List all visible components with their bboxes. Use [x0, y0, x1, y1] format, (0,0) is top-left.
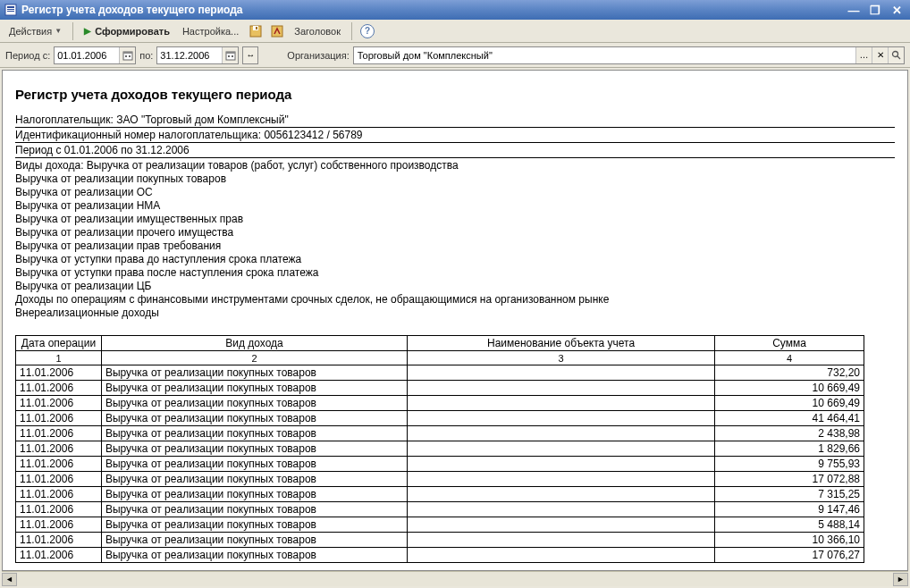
period-from-field[interactable] — [54, 46, 136, 64]
org-input[interactable] — [354, 47, 855, 63]
period-to-field[interactable] — [156, 46, 239, 64]
horizontal-scrollbar[interactable]: ◄ ► — [2, 571, 908, 586]
generate-label: Сформировать — [95, 26, 170, 37]
svg-rect-13 — [226, 52, 235, 54]
cell-object — [407, 381, 714, 396]
period-from-label: Период с: — [5, 50, 50, 61]
svg-rect-6 — [256, 27, 257, 29]
cell-date: 11.01.2006 — [16, 411, 102, 426]
cell-object — [407, 517, 714, 533]
cell-object — [407, 426, 714, 441]
app-icon — [4, 3, 18, 17]
svg-rect-10 — [125, 55, 127, 57]
cell-sum: 5 488,14 — [715, 517, 864, 533]
help-button[interactable]: ? — [358, 21, 377, 41]
taxpayer-line: Налогоплательщик: ЗАО "Торговый дом Комп… — [15, 113, 895, 128]
table-row[interactable]: 11.01.2006Выручка от реализации покупных… — [16, 472, 864, 487]
actions-menu[interactable]: Действия ▼ — [4, 21, 67, 41]
period-to-input[interactable] — [157, 47, 222, 63]
table-row[interactable]: 11.01.2006Выручка от реализации покупных… — [16, 457, 864, 472]
cell-date: 11.01.2006 — [16, 548, 102, 563]
org-ellipsis-button[interactable]: … — [855, 47, 872, 63]
org-clear-button[interactable]: ✕ — [872, 47, 888, 63]
table-row[interactable]: 11.01.2006Выручка от реализации покупных… — [16, 533, 864, 548]
period-from-input[interactable] — [55, 47, 119, 63]
cell-sum: 17 076,27 — [715, 548, 864, 563]
cell-sum: 732,20 — [715, 365, 864, 381]
scroll-track[interactable] — [17, 573, 893, 586]
col-index-2: 2 — [101, 351, 407, 365]
scroll-left-button[interactable]: ◄ — [2, 573, 17, 586]
cell-date: 11.01.2006 — [16, 426, 102, 441]
save-settings-icon[interactable] — [246, 21, 265, 41]
cell-sum: 41 464,41 — [715, 411, 864, 426]
col-sum-header: Сумма — [715, 336, 864, 351]
svg-point-16 — [893, 52, 898, 57]
header-button[interactable]: Заголовок — [289, 21, 346, 41]
restore-settings-icon[interactable] — [267, 21, 287, 41]
income-types-block: Виды дохода: Выручка от реализации товар… — [15, 158, 895, 319]
cell-object — [407, 548, 714, 563]
table-row[interactable]: 11.01.2006Выручка от реализации покупных… — [16, 381, 864, 396]
calendar-icon[interactable] — [222, 47, 238, 63]
cell-date: 11.01.2006 — [16, 441, 102, 457]
cell-type: Выручка от реализации покупных товаров — [101, 502, 407, 517]
svg-rect-9 — [123, 52, 132, 54]
scroll-right-button[interactable]: ► — [893, 573, 908, 586]
cell-type: Выручка от реализации покупных товаров — [101, 517, 407, 533]
cell-date: 11.01.2006 — [16, 533, 102, 548]
income-type-line: Выручка от реализации имущественных прав — [15, 212, 895, 225]
col-index-3: 3 — [407, 351, 714, 365]
toolbar: Действия ▼ ▶ Сформировать Настройка... З… — [0, 20, 910, 43]
svg-rect-2 — [7, 9, 14, 10]
cell-date: 11.01.2006 — [16, 457, 102, 472]
window-title: Регистр учета доходов текущего периода — [21, 4, 842, 16]
income-type-line: Выручка от реализации ЦБ — [15, 279, 895, 292]
org-field[interactable]: … ✕ — [353, 46, 905, 64]
cell-sum: 1 829,66 — [715, 441, 864, 457]
income-type-line: Выручка от уступки права до наступления … — [15, 252, 895, 265]
table-row[interactable]: 11.01.2006Выручка от реализации покупных… — [16, 517, 864, 533]
cell-sum: 17 072,88 — [715, 472, 864, 487]
calendar-icon[interactable] — [119, 47, 135, 63]
table-row[interactable]: 11.01.2006Выручка от реализации покупных… — [16, 502, 864, 517]
cell-object — [407, 487, 714, 502]
cell-type: Выручка от реализации покупных товаров — [101, 548, 407, 563]
cell-sum: 2 438,98 — [715, 426, 864, 441]
cell-type: Выручка от реализации покупных товаров — [101, 487, 407, 502]
period-line: Период с 01.01.2006 по 31.12.2006 — [15, 143, 895, 158]
report-title: Регистр учета доходов текущего периода — [15, 87, 895, 102]
cell-sum: 7 315,25 — [715, 487, 864, 502]
cell-date: 11.01.2006 — [16, 381, 102, 396]
income-type-line: Внереализационные доходы — [15, 306, 895, 319]
table-row[interactable]: 11.01.2006Выручка от реализации покупных… — [16, 411, 864, 426]
cell-sum: 10 366,10 — [715, 533, 864, 548]
table-row[interactable]: 11.01.2006Выручка от реализации покупных… — [16, 487, 864, 502]
separator — [351, 22, 352, 40]
settings-button[interactable]: Настройка... — [177, 21, 244, 41]
income-type-line: Доходы по операциям с финансовыми инстру… — [15, 292, 895, 306]
minimize-button[interactable]: ― — [844, 2, 864, 18]
table-row[interactable]: 11.01.2006Выручка от реализации покупных… — [16, 548, 864, 563]
svg-rect-3 — [7, 11, 14, 12]
separator — [72, 22, 73, 40]
close-button[interactable]: ✕ — [887, 2, 906, 18]
maximize-button[interactable]: ❐ — [865, 2, 885, 18]
income-type-line: Выручка от реализации НМА — [15, 198, 895, 212]
col-type-header: Вид дохода — [101, 336, 407, 351]
col-index-1: 1 — [16, 351, 102, 365]
table-row[interactable]: 11.01.2006Выручка от реализации покупных… — [16, 396, 864, 411]
org-search-button[interactable] — [888, 47, 904, 63]
generate-button[interactable]: ▶ Сформировать — [79, 21, 175, 41]
income-type-line: Выручка от уступки права после наступлен… — [15, 265, 895, 279]
svg-line-17 — [897, 56, 900, 59]
cell-object — [407, 365, 714, 381]
table-row[interactable]: 11.01.2006Выручка от реализации покупных… — [16, 365, 864, 381]
table-row[interactable]: 11.01.2006Выручка от реализации покупных… — [16, 426, 864, 441]
cell-date: 11.01.2006 — [16, 517, 102, 533]
income-type-line: Выручка от реализации прочего имущества — [15, 225, 895, 239]
table-row[interactable]: 11.01.2006Выручка от реализации покупных… — [16, 441, 864, 457]
period-to-label: по: — [139, 50, 153, 61]
cell-date: 11.01.2006 — [16, 396, 102, 411]
period-range-button[interactable]: ↔ — [242, 46, 258, 64]
